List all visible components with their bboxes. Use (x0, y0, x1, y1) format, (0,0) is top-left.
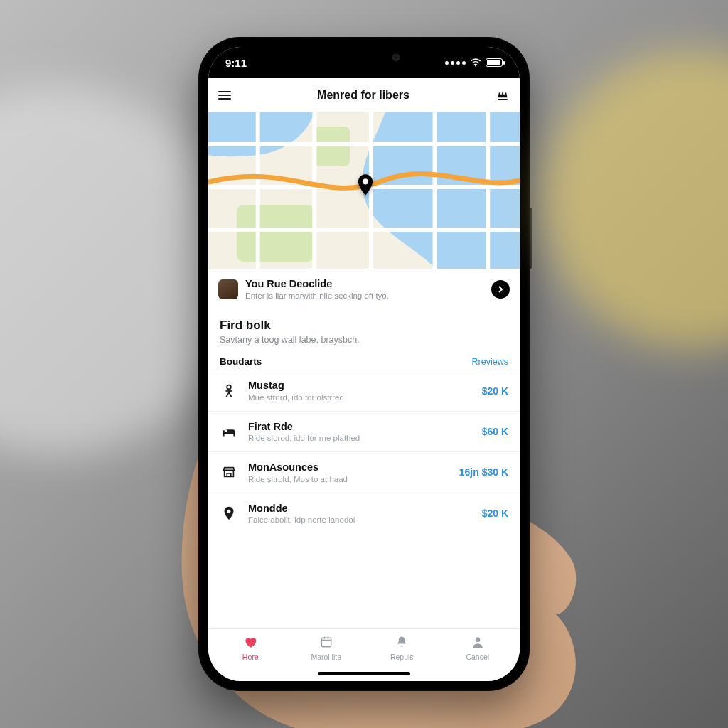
store-icon (220, 464, 238, 480)
pin-icon (220, 505, 238, 521)
header-title: Menred for libers (317, 89, 410, 102)
row-title: Mustag (248, 380, 472, 392)
tab-label: Hore (242, 653, 259, 661)
row-subtitle: Mue strord, ido for olstrred (248, 393, 472, 402)
svg-point-17 (475, 637, 480, 642)
tab-label: Cancel (466, 653, 489, 661)
svg-point-13 (227, 385, 231, 389)
phone-screen: 9:11 Menred for libers (208, 47, 520, 681)
section-subtitle: Savtany a toog wall labe, braysbch. (220, 335, 508, 345)
tab-cancel[interactable]: Cancel (440, 635, 516, 661)
svg-rect-16 (321, 638, 331, 647)
list-item[interactable]: Mondde Falce aboilt, ldp norte lanodol $… (208, 493, 520, 533)
svg-point-14 (225, 429, 227, 432)
tab-home[interactable]: Hore (213, 635, 289, 661)
row-subtitle: Falce aboilt, ldp norte lanodol (248, 515, 472, 524)
map-view[interactable] (208, 112, 520, 276)
row-title: MonAsounces (248, 461, 449, 473)
banner-subtitle: Enter is liar marwith nile secking oft t… (245, 291, 484, 300)
svg-point-0 (475, 65, 476, 67)
signal-dots-icon (445, 61, 466, 65)
section-title: Fird bolk (220, 318, 508, 333)
banner-title: You Rue Deoclide (245, 278, 484, 290)
list-item[interactable]: Mustag Mue strord, ido for olstrred $20 … (208, 370, 520, 410)
home-indicator (318, 672, 410, 675)
banner-avatar (218, 279, 238, 299)
battery-icon (486, 58, 503, 67)
svg-point-15 (228, 510, 231, 513)
tab-marol[interactable]: Marol lite (289, 635, 365, 661)
wifi-icon (470, 58, 481, 67)
row-price: 16jn $30 K (459, 466, 508, 478)
tab-label: Marol lite (311, 653, 341, 661)
svg-point-12 (363, 179, 368, 185)
notch (300, 47, 428, 68)
list-header-title: Boudarts (220, 356, 262, 367)
reviews-link[interactable]: Rreviews (472, 357, 508, 367)
person-icon (220, 383, 238, 399)
row-title: Mondde (248, 503, 472, 515)
chevron-right-icon[interactable] (491, 280, 510, 299)
row-subtitle: Ride slorod, ido for rne plathed (248, 434, 472, 442)
bed-icon (220, 424, 238, 439)
status-icons (445, 58, 503, 67)
bell-icon (395, 635, 409, 651)
map-pin-icon (358, 174, 373, 196)
notice-banner[interactable]: You Rue Deoclide Enter is liar marwith n… (208, 269, 520, 309)
row-price: $20 K (482, 385, 508, 397)
section-heading: Fird bolk Savtany a toog wall labe, bray… (208, 309, 520, 349)
status-time: 9:11 (225, 57, 247, 69)
tab-bar: Hore Marol lite Repuls Cancel (208, 628, 520, 681)
list-header: Boudarts Rreviews (208, 349, 520, 370)
heart-icon (243, 635, 257, 651)
user-icon (471, 635, 485, 651)
crown-icon[interactable] (496, 88, 510, 102)
svg-rect-2 (237, 205, 315, 262)
calendar-icon (319, 635, 333, 651)
phone-frame: 9:11 Menred for libers (198, 37, 530, 691)
menu-icon[interactable] (218, 89, 231, 102)
row-title: Firat Rde (248, 421, 472, 433)
row-price: $20 K (482, 508, 508, 519)
list-item[interactable]: MonAsounces Ride sltrold, Mos to at haad… (208, 451, 520, 492)
row-subtitle: Ride sltrold, Mos to at haad (248, 475, 449, 483)
tab-repuls[interactable]: Repuls (364, 635, 440, 661)
results-list: Mustag Mue strord, ido for olstrred $20 … (208, 370, 520, 628)
app-header: Menred for libers (208, 78, 520, 112)
row-price: $60 K (482, 426, 508, 437)
list-item[interactable]: Firat Rde Ride slorod, ido for rne plath… (208, 411, 520, 451)
tab-label: Repuls (390, 653, 414, 661)
